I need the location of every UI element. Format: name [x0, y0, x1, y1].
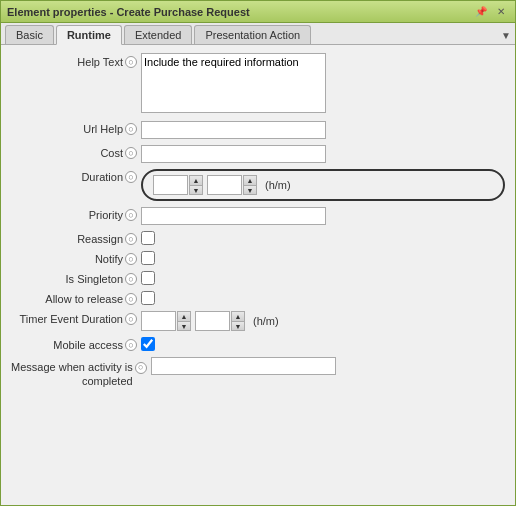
tab-dropdown-arrow[interactable]: ▼ — [501, 30, 511, 41]
timer-minutes-buttons: ▲ ▼ — [231, 311, 245, 331]
priority-label-container: Priority ○ — [11, 207, 141, 221]
title-icons: 📌 ✕ — [473, 5, 509, 19]
notify-label: Notify — [95, 253, 123, 265]
cost-label: Cost — [100, 147, 123, 159]
reassign-control — [141, 231, 505, 245]
duration-minutes-spinner: 0 ▲ ▼ — [207, 175, 257, 195]
reassign-label-container: Reassign ○ — [11, 231, 141, 245]
url-help-input[interactable] — [141, 121, 326, 139]
allow-to-release-label-container: Allow to release ○ — [11, 291, 141, 305]
duration-minutes-buttons: ▲ ▼ — [243, 175, 257, 195]
is-singleton-label: Is Singleton — [66, 273, 123, 285]
timer-event-row: Timer Event Duration ○ 0 ▲ ▼ 0 — [11, 311, 505, 331]
priority-label: Priority — [89, 209, 123, 221]
mobile-access-row: Mobile access ○ — [11, 337, 505, 351]
message-completed-input[interactable] — [151, 357, 336, 375]
timer-minutes-input[interactable]: 0 — [195, 311, 230, 331]
reassign-help-icon[interactable]: ○ — [125, 233, 137, 245]
duration-hours-buttons: ▲ ▼ — [189, 175, 203, 195]
duration-control: 3 ▲ ▼ 0 ▲ ▼ (h/m) — [141, 169, 505, 201]
timer-hours-input[interactable]: 0 — [141, 311, 176, 331]
help-text-label: Help Text — [77, 56, 123, 68]
duration-label-container: Duration ○ — [11, 169, 141, 183]
duration-row: Duration ○ 3 ▲ ▼ 0 ▲ — [11, 169, 505, 201]
mobile-access-control — [141, 337, 505, 351]
duration-unit: (h/m) — [265, 179, 291, 191]
is-singleton-help-icon[interactable]: ○ — [125, 273, 137, 285]
title-bar: Element properties - Create Purchase Req… — [1, 1, 515, 23]
duration-minutes-down[interactable]: ▼ — [243, 185, 257, 195]
duration-hours-up[interactable]: ▲ — [189, 175, 203, 185]
url-help-label-container: Url Help ○ — [11, 121, 141, 135]
timer-unit: (h/m) — [253, 315, 279, 327]
help-text-row: Help Text ○ Include the required informa… — [11, 53, 505, 115]
allow-to-release-help-icon[interactable]: ○ — [125, 293, 137, 305]
cost-control: 0 — [141, 145, 505, 163]
tab-bar-dropdown: ▼ — [501, 30, 511, 44]
allow-to-release-label: Allow to release — [45, 293, 123, 305]
help-text-help-icon[interactable]: ○ — [125, 56, 137, 68]
help-text-control: Include the required information — [141, 53, 505, 115]
priority-row: Priority ○ 0 — [11, 207, 505, 225]
timer-minutes-down[interactable]: ▼ — [231, 321, 245, 331]
reassign-label: Reassign — [77, 233, 123, 245]
main-window: Element properties - Create Purchase Req… — [0, 0, 516, 506]
timer-hours-up[interactable]: ▲ — [177, 311, 191, 321]
url-help-row: Url Help ○ — [11, 121, 505, 139]
timer-event-help-icon[interactable]: ○ — [125, 313, 137, 325]
message-completed-row: Message when activity is completed ○ — [11, 357, 505, 389]
pin-icon[interactable]: 📌 — [473, 5, 489, 19]
mobile-access-label: Mobile access — [53, 339, 123, 351]
allow-to-release-control — [141, 291, 505, 305]
mobile-access-checkbox[interactable] — [141, 337, 155, 351]
tab-bar: Basic Runtime Extended Presentation Acti… — [1, 23, 515, 45]
help-text-input[interactable]: Include the required information — [141, 53, 326, 113]
notify-row: Notify ○ — [11, 251, 505, 265]
mobile-access-help-icon[interactable]: ○ — [125, 339, 137, 351]
tab-presentation-action[interactable]: Presentation Action — [194, 25, 311, 44]
timer-minutes-up[interactable]: ▲ — [231, 311, 245, 321]
tab-extended[interactable]: Extended — [124, 25, 192, 44]
timer-group: 0 ▲ ▼ 0 ▲ ▼ (h/m) — [141, 311, 505, 331]
notify-help-icon[interactable]: ○ — [125, 253, 137, 265]
timer-event-label-container: Timer Event Duration ○ — [11, 311, 141, 325]
notify-checkbox[interactable] — [141, 251, 155, 265]
cost-help-icon[interactable]: ○ — [125, 147, 137, 159]
help-text-label-container: Help Text ○ — [11, 53, 141, 68]
reassign-row: Reassign ○ — [11, 231, 505, 245]
notify-control — [141, 251, 505, 265]
tab-basic[interactable]: Basic — [5, 25, 54, 44]
cost-label-container: Cost ○ — [11, 145, 141, 159]
timer-hours-down[interactable]: ▼ — [177, 321, 191, 331]
mobile-access-label-container: Mobile access ○ — [11, 337, 141, 351]
message-completed-help-icon[interactable]: ○ — [135, 362, 147, 374]
message-completed-control — [151, 357, 505, 375]
duration-minutes-input[interactable]: 0 — [207, 175, 242, 195]
duration-hours-spinner: 3 ▲ ▼ — [153, 175, 203, 195]
cost-input[interactable]: 0 — [141, 145, 326, 163]
duration-hours-input[interactable]: 3 — [153, 175, 188, 195]
close-icon[interactable]: ✕ — [493, 5, 509, 19]
allow-to-release-checkbox[interactable] — [141, 291, 155, 305]
reassign-checkbox[interactable] — [141, 231, 155, 245]
timer-event-label: Timer Event Duration — [19, 313, 123, 325]
duration-help-icon[interactable]: ○ — [125, 171, 137, 183]
priority-control: 0 — [141, 207, 505, 225]
notify-label-container: Notify ○ — [11, 251, 141, 265]
message-completed-label: Message when activity is completed — [11, 360, 133, 389]
duration-minutes-up[interactable]: ▲ — [243, 175, 257, 185]
tab-runtime[interactable]: Runtime — [56, 25, 122, 45]
window-title: Element properties - Create Purchase Req… — [7, 6, 250, 18]
message-completed-label-container: Message when activity is completed ○ — [11, 357, 151, 389]
is-singleton-label-container: Is Singleton ○ — [11, 271, 141, 285]
url-help-label: Url Help — [83, 123, 123, 135]
is-singleton-checkbox[interactable] — [141, 271, 155, 285]
timer-hours-spinner: 0 ▲ ▼ — [141, 311, 191, 331]
url-help-help-icon[interactable]: ○ — [125, 123, 137, 135]
priority-input[interactable]: 0 — [141, 207, 326, 225]
url-help-control — [141, 121, 505, 139]
is-singleton-control — [141, 271, 505, 285]
timer-minutes-spinner: 0 ▲ ▼ — [195, 311, 245, 331]
priority-help-icon[interactable]: ○ — [125, 209, 137, 221]
duration-hours-down[interactable]: ▼ — [189, 185, 203, 195]
